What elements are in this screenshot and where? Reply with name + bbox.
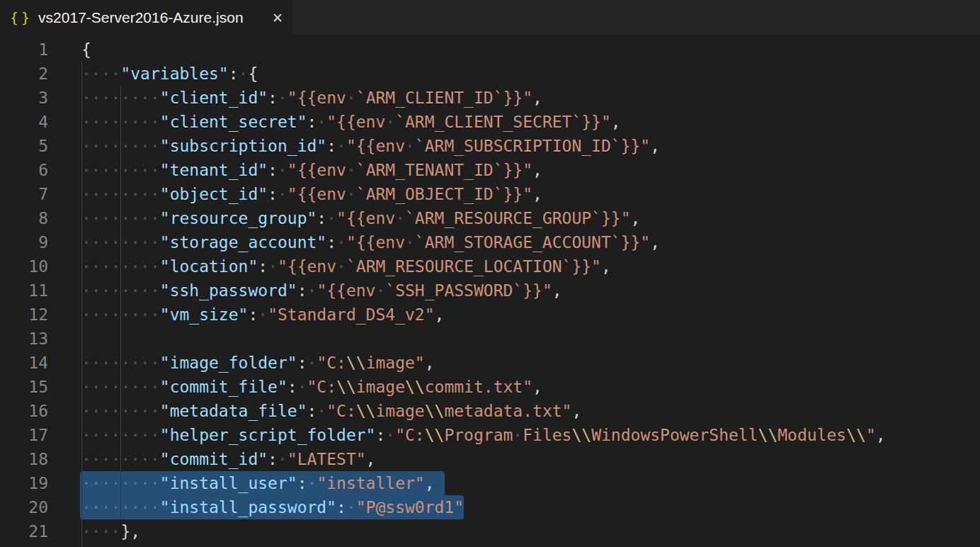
whitespace-dots: ········ bbox=[81, 305, 160, 324]
token-s: WindowsPowerShell bbox=[591, 426, 758, 444]
token-s: `ARM_CLIENT_SECRET`}}" bbox=[395, 113, 611, 131]
token-e: \\ bbox=[758, 426, 778, 444]
token-p: , bbox=[611, 113, 621, 131]
line-number[interactable]: 6 bbox=[0, 158, 48, 182]
line-content: ····"variables":·{ bbox=[81, 62, 980, 86]
line-number[interactable]: 11 bbox=[0, 278, 48, 303]
line-number[interactable]: 18 bbox=[0, 447, 48, 471]
line-number[interactable]: 12 bbox=[0, 303, 48, 327]
whitespace-dots: ········ bbox=[81, 257, 160, 276]
code-line[interactable]: 7········"object_id":·"{{env·`ARM_OBJECT… bbox=[0, 182, 980, 206]
token-k: "subscription_id" bbox=[160, 137, 326, 155]
line-content: ········"install_user":·"installer", bbox=[81, 471, 980, 495]
whitespace-dots: · bbox=[395, 209, 405, 227]
token-s: "{{env bbox=[287, 185, 346, 203]
whitespace-dots: · bbox=[317, 402, 326, 420]
indent-guide-level0-selected bbox=[81, 471, 82, 519]
code-line[interactable]: 6········"tenant_id":·"{{env·`ARM_TENANT… bbox=[0, 158, 980, 182]
line-number[interactable]: 13 bbox=[0, 327, 48, 351]
line-content: ········"helper_script_folder":·"C:\\Pro… bbox=[81, 423, 980, 447]
whitespace-dots: ···· bbox=[81, 522, 120, 541]
code-line[interactable]: 13 bbox=[0, 327, 980, 351]
whitespace-dots: · bbox=[297, 378, 307, 396]
line-number[interactable]: 4 bbox=[0, 110, 48, 134]
code-line[interactable]: 8········"resource_group":·"{{env·`ARM_R… bbox=[0, 206, 980, 230]
token-p: , bbox=[631, 209, 641, 227]
code-line[interactable]: 3········"client_id":·"{{env·`ARM_CLIENT… bbox=[0, 86, 980, 110]
token-k: "client_secret" bbox=[160, 113, 307, 131]
code-line[interactable]: 9········"storage_account":·"{{env·`ARM_… bbox=[0, 230, 980, 254]
token-k: "image_folder" bbox=[160, 354, 297, 372]
token-s: "installer" bbox=[317, 474, 424, 492]
line-number[interactable]: 9 bbox=[0, 230, 48, 254]
line-number[interactable]: 14 bbox=[0, 351, 48, 375]
line-number[interactable]: 15 bbox=[0, 375, 48, 399]
code-line[interactable]: 11········"ssh_password":·"{{env·`SSH_PA… bbox=[0, 278, 980, 303]
code-line[interactable]: 5········"subscription_id":·"{{env·`ARM_… bbox=[0, 134, 980, 158]
line-number[interactable]: 17 bbox=[0, 423, 48, 447]
json-braces-icon: {} bbox=[10, 9, 33, 26]
token-k: "vm_size" bbox=[160, 305, 249, 324]
line-number[interactable]: 20 bbox=[0, 495, 48, 519]
line-number[interactable]: 3 bbox=[0, 86, 48, 110]
whitespace-dots: · bbox=[307, 281, 317, 300]
line-content: ········"client_id":·"{{env·`ARM_CLIENT_… bbox=[81, 86, 980, 110]
whitespace-dots: · bbox=[385, 426, 395, 444]
code-line[interactable]: 18········"commit_id":·"LATEST", bbox=[0, 447, 980, 471]
token-p: , bbox=[366, 450, 376, 468]
token-k: "resource_group" bbox=[160, 209, 317, 227]
line-content: ········"install_password":·"P@ssw0rd1" bbox=[81, 495, 980, 519]
line-content: ········"tenant_id":·"{{env·`ARM_TENANT_… bbox=[81, 158, 980, 182]
whitespace-dots: · bbox=[239, 64, 249, 83]
code-line[interactable]: 14········"image_folder":·"C:\\image", bbox=[0, 351, 980, 375]
token-s: "C: bbox=[307, 378, 337, 396]
tab-active-json-file[interactable]: {} vs2017-Server2016-Azure.json ✕ bbox=[0, 0, 293, 35]
line-content: ········"ssh_password":·"{{env·`SSH_PASS… bbox=[81, 278, 980, 303]
code-line[interactable]: 19········"install_user":·"installer", bbox=[0, 471, 980, 495]
code-line[interactable]: 21····}, bbox=[0, 519, 980, 543]
line-content: ········"vm_size":·"Standard_DS4_v2", bbox=[81, 303, 980, 327]
line-content: ········"commit_id":·"LATEST", bbox=[81, 447, 980, 471]
token-e: \\ bbox=[356, 402, 376, 420]
whitespace-dots: ········ bbox=[81, 185, 160, 203]
line-number[interactable]: 2 bbox=[0, 62, 48, 86]
whitespace-dots: ········ bbox=[81, 354, 160, 372]
code-line[interactable]: 16········"metadata_file":·"C:\\image\\m… bbox=[0, 399, 980, 423]
whitespace-dots: · bbox=[278, 161, 287, 179]
whitespace-dots: · bbox=[405, 137, 415, 155]
token-s: "{{env bbox=[287, 89, 346, 107]
code-line[interactable]: 15········"commit_file":·"C:\\image\\com… bbox=[0, 375, 980, 399]
tab-close-icon[interactable]: ✕ bbox=[272, 10, 283, 26]
code-line[interactable]: 1{ bbox=[0, 38, 980, 62]
token-s: "{{env bbox=[287, 161, 346, 179]
token-p: : bbox=[248, 305, 258, 324]
token-s: "C: bbox=[395, 426, 425, 444]
code-line[interactable]: 2····"variables":·{ bbox=[0, 62, 980, 86]
line-number[interactable]: 1 bbox=[0, 38, 48, 62]
line-number[interactable]: 10 bbox=[0, 254, 48, 278]
token-p: , bbox=[435, 305, 445, 324]
whitespace-dots: · bbox=[278, 89, 287, 107]
line-number[interactable]: 21 bbox=[0, 519, 48, 543]
whitespace-dots: ········ bbox=[81, 209, 160, 227]
whitespace-dots: · bbox=[346, 185, 356, 203]
code-line[interactable]: 10········"location":·"{{env·`ARM_RESOUR… bbox=[0, 254, 980, 278]
line-number[interactable]: 5 bbox=[0, 134, 48, 158]
line-number[interactable]: 16 bbox=[0, 399, 48, 423]
line-content: ········"location":·"{{env·`ARM_RESOURCE… bbox=[81, 254, 980, 278]
line-number[interactable]: 8 bbox=[0, 206, 48, 230]
line-number[interactable]: 19 bbox=[0, 471, 48, 495]
code-line[interactable]: 4········"client_secret":·"{{env·`ARM_CL… bbox=[0, 110, 980, 134]
code-line[interactable]: 12········"vm_size":·"Standard_DS4_v2", bbox=[0, 303, 980, 327]
code-line[interactable]: 17········"helper_script_folder":·"C:\\P… bbox=[0, 423, 980, 447]
code-line[interactable]: 20········"install_password":·"P@ssw0rd1… bbox=[0, 495, 980, 519]
token-p: : bbox=[297, 354, 307, 372]
line-number[interactable]: 7 bbox=[0, 182, 48, 206]
token-k: "ssh_password" bbox=[160, 281, 297, 300]
code-editor[interactable]: 1{2····"variables":·{3········"client_id… bbox=[0, 35, 980, 547]
token-s: `ARM_TENANT_ID`}}" bbox=[356, 161, 532, 179]
line-content: ········"resource_group":·"{{env·`ARM_RE… bbox=[81, 206, 980, 230]
token-s: `ARM_RESOURCE_LOCATION`}}" bbox=[346, 257, 601, 276]
line-content: ········"storage_account":·"{{env·`ARM_S… bbox=[81, 230, 980, 254]
line-content: ····}, bbox=[81, 519, 980, 543]
